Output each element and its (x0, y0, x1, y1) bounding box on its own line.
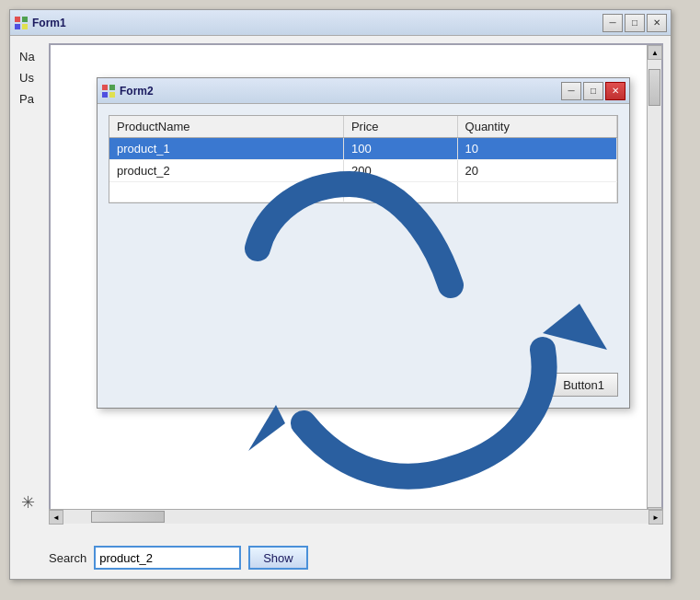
form1-icon (14, 16, 29, 30)
svg-rect-3 (22, 24, 28, 29)
hscroll-left-button[interactable]: ◄ (49, 510, 63, 525)
svg-rect-1 (22, 17, 28, 22)
table-header-row: ProductName Price Quantity (109, 116, 617, 138)
table-row[interactable]: product_2 200 20 (109, 160, 617, 182)
form2-window-controls: ─ □ ✕ (561, 82, 625, 100)
form2-maximize-button[interactable]: □ (583, 82, 603, 100)
cell-price: 200 (343, 160, 457, 182)
form1-window: Form1 ─ □ ✕ Na Us Pa ▲ ▼ (9, 9, 671, 580)
form2-titlebar: Form2 ─ □ ✕ (98, 78, 629, 104)
svg-rect-5 (109, 85, 115, 90)
form1-label-na: Na (19, 50, 35, 63)
form2-icon (101, 84, 116, 98)
form1-minimize-button[interactable]: ─ (602, 14, 623, 32)
svg-rect-6 (102, 92, 108, 98)
data-table: ProductName Price Quantity product_1 100… (109, 116, 617, 202)
svg-rect-0 (15, 17, 20, 22)
asterisk-mark: ✳ (21, 492, 35, 513)
scroll-up-button[interactable]: ▲ (648, 45, 662, 60)
form1-label-pa: Pa (19, 92, 35, 106)
form1-close-button[interactable]: ✕ (647, 14, 667, 32)
search-input[interactable] (94, 546, 241, 570)
form1-titlebar: Form1 ─ □ ✕ (10, 10, 671, 36)
cell-empty-1 (109, 182, 343, 202)
cell-product-name: product_2 (109, 160, 343, 182)
col-header-quantity: Quantity (457, 116, 616, 138)
table-body: product_1 100 10 product_2 200 20 (109, 138, 617, 202)
form1-labels: Na Us Pa (19, 50, 35, 106)
cell-quantity: 10 (457, 138, 616, 160)
hscroll-right-button[interactable]: ► (648, 510, 663, 525)
cell-empty-3 (457, 182, 616, 202)
form1-label-us: Us (19, 71, 35, 85)
form1-maximize-button[interactable]: □ (625, 14, 645, 32)
form1-vscrollbar: ▲ ▼ (647, 45, 661, 522)
hscroll-thumb[interactable] (91, 511, 165, 523)
cell-product-name: product_1 (109, 138, 343, 160)
hscroll-track (63, 510, 648, 524)
search-label: Search (49, 551, 86, 565)
form1-bottom-bar: Search Show (49, 546, 663, 570)
cell-price: 100 (343, 138, 457, 160)
col-header-product-name: ProductName (109, 116, 343, 138)
form2-body: ProductName Price Quantity product_1 100… (98, 104, 629, 408)
form1-hscrollbar: ◄ ► (49, 509, 663, 524)
form1-body: Na Us Pa ▲ ▼ (10, 36, 671, 579)
svg-rect-4 (102, 85, 108, 90)
show-button[interactable]: Show (248, 546, 308, 570)
form1-inner-area: ▲ ▼ Form2 ─ □ (49, 43, 663, 524)
cell-empty-2 (343, 182, 457, 202)
table-header: ProductName Price Quantity (109, 116, 617, 138)
svg-rect-7 (109, 92, 115, 98)
button1[interactable]: Button1 (549, 373, 618, 397)
form2-title: Form2 (120, 85, 561, 98)
scroll-track (648, 60, 661, 507)
form1-window-controls: ─ □ ✕ (602, 14, 667, 32)
form2-close-button[interactable]: ✕ (605, 82, 625, 100)
col-header-price: Price (343, 116, 457, 138)
table-row-empty (109, 182, 617, 202)
data-table-wrapper: ProductName Price Quantity product_1 100… (109, 115, 618, 203)
form2-minimize-button[interactable]: ─ (561, 82, 581, 100)
svg-rect-2 (15, 24, 20, 29)
form2-window: Form2 ─ □ ✕ ProductName (97, 77, 630, 409)
form1-title: Form1 (32, 17, 602, 29)
table-row[interactable]: product_1 100 10 (109, 138, 617, 160)
cell-quantity: 20 (457, 160, 616, 182)
scroll-thumb[interactable] (648, 69, 660, 106)
